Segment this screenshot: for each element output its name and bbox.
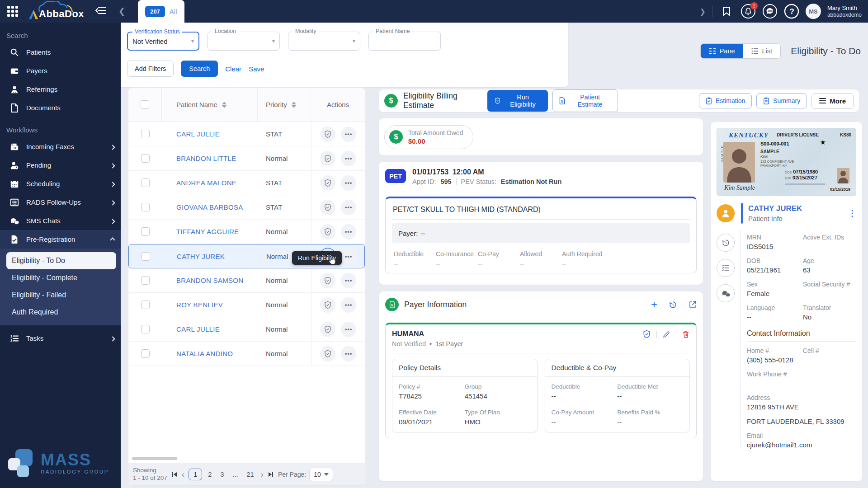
estimation-button[interactable]: Estimation — [699, 93, 752, 108]
prev-page-icon[interactable]: ‹ — [181, 469, 185, 479]
first-page-icon[interactable] — [171, 471, 178, 478]
drivers-license-image[interactable]: KENTUCKY DRIVER'S LICENSE KS80 SAMPLE S0… — [717, 128, 856, 196]
run-eligibility-action-icon[interactable] — [320, 175, 335, 191]
tab-scroll-left-icon[interactable]: ❮ — [118, 6, 125, 16]
clear-link[interactable]: Clear — [225, 65, 241, 73]
sidebar-subitem-auth-required[interactable]: Auth Required — [0, 304, 121, 321]
column-header-patient-name[interactable]: Patient Name — [162, 88, 258, 122]
patient-name-link[interactable]: ANDREA MALONE — [162, 179, 258, 187]
location-select[interactable]: Location ▾ — [208, 32, 280, 51]
sidebar-item-payers[interactable]: Payers — [0, 61, 121, 80]
payer-history-icon[interactable] — [669, 300, 677, 309]
patient-menu-kebab-icon[interactable]: ⋮ — [848, 208, 856, 218]
row-more-actions-icon[interactable]: ••• — [341, 224, 356, 239]
run-eligibility-action-icon[interactable] — [320, 200, 335, 215]
help-icon[interactable]: ? — [784, 4, 799, 19]
sidebar-subitem-eligibility-complete[interactable]: Eligibility - Complete — [0, 269, 121, 286]
table-row[interactable]: ROY BENLIEV Normal ••• — [128, 293, 365, 317]
open-external-icon[interactable] — [689, 300, 697, 309]
table-row[interactable]: GIOVANA BARBOSA STAT ••• — [128, 195, 365, 220]
row-more-actions-icon[interactable]: ••• — [341, 127, 356, 142]
run-eligibility-action-icon[interactable] — [320, 297, 335, 313]
row-checkbox[interactable] — [141, 130, 150, 138]
row-more-actions-icon[interactable]: ••• — [341, 322, 356, 337]
sidebar-subitem-eligibility-failed[interactable]: Eligibility - Failed — [0, 286, 121, 304]
row-checkbox[interactable] — [141, 325, 150, 333]
edit-payer-icon[interactable] — [662, 330, 670, 338]
user-avatar[interactable]: MS — [806, 4, 821, 19]
summary-button[interactable]: Summary — [756, 93, 807, 108]
list-view-button[interactable]: List — [743, 44, 781, 58]
last-page-icon[interactable] — [268, 471, 274, 478]
sidebar-item-incoming-faxes[interactable]: Incoming Faxes — [0, 137, 121, 156]
page-number-current[interactable]: 1 — [189, 469, 202, 480]
run-eligibility-action-icon[interactable] — [320, 322, 335, 337]
table-row[interactable]: BRANDON LITTLE Normal ••• — [128, 146, 365, 171]
patient-name-link[interactable]: ROY BENLIEV — [162, 301, 258, 309]
row-more-actions-icon[interactable]: ••• — [341, 151, 356, 166]
patient-history-button[interactable] — [717, 234, 735, 252]
row-checkbox[interactable] — [141, 349, 150, 358]
sort-icons[interactable] — [292, 102, 296, 108]
tab-all-label[interactable]: All — [170, 8, 177, 15]
row-checkbox[interactable] — [141, 178, 150, 187]
sidebar-item-referrings[interactable]: Referrings — [0, 80, 121, 99]
table-row[interactable]: TIFFANY AGGUIRE Normal ••• — [128, 220, 365, 244]
patient-name-link[interactable]: CARL JULLIE — [162, 325, 258, 333]
select-all-checkbox[interactable] — [141, 100, 149, 109]
row-more-actions-icon[interactable]: ••• — [341, 346, 356, 361]
patient-name-link[interactable]: TIFFANY AGGUIRE — [162, 228, 258, 235]
table-row[interactable]: ANDREA MALONE STAT ••• — [128, 171, 365, 195]
patient-name-link[interactable]: BRANDON SAMSON — [162, 277, 258, 284]
row-more-actions-icon[interactable]: ••• — [341, 175, 356, 191]
row-checkbox[interactable] — [142, 252, 150, 261]
modality-select[interactable]: Modality ▾ — [288, 32, 360, 51]
sms-chat-icon[interactable]: SMS — [762, 4, 778, 19]
run-eligibility-button[interactable]: Run Eligibility — [487, 90, 548, 112]
sidebar-item-pre-registration[interactable]: Pre-Registration — [0, 230, 121, 249]
sidebar-item-pending[interactable]: Pending — [0, 156, 121, 174]
row-checkbox[interactable] — [141, 154, 150, 163]
sidebar-collapse-icon[interactable] — [95, 5, 107, 17]
horizontal-scrollbar[interactable] — [132, 457, 177, 460]
per-page-select[interactable]: 10 — [309, 468, 333, 481]
patient-name-link[interactable]: GIOVANA BARBOSA — [162, 203, 258, 211]
row-more-actions-icon[interactable]: ••• — [341, 273, 356, 288]
patient-checklist-button[interactable] — [717, 259, 735, 277]
notifications-bell-icon[interactable]: ! — [741, 4, 756, 19]
tab-count-badge[interactable]: 207 — [145, 6, 165, 17]
run-eligibility-action-icon[interactable] — [320, 273, 335, 288]
sidebar-item-rads-follow-ups[interactable]: RADS Follow-Ups — [0, 193, 121, 211]
page-number[interactable]: 21 — [244, 469, 256, 480]
row-more-actions-icon[interactable]: ••• — [341, 249, 356, 264]
patient-name-link[interactable]: NATALIA ANDINO — [162, 350, 258, 357]
patient-name-input[interactable]: Patient Name — [368, 32, 441, 51]
table-row-selected[interactable]: CATHY JUREK Normal ••• — [128, 244, 365, 268]
row-more-actions-icon[interactable]: ••• — [341, 297, 356, 313]
sidebar-subitem-eligibility-to-do[interactable]: Eligibility - To Do — [6, 252, 116, 269]
row-checkbox[interactable] — [141, 203, 150, 211]
patient-name-link[interactable]: BRANDON LITTLE — [162, 155, 258, 162]
delete-payer-icon[interactable] — [682, 330, 690, 338]
user-menu[interactable]: Mary Smith abbadoxdemo — [827, 5, 862, 18]
next-page-icon[interactable]: › — [260, 469, 264, 479]
patient-name-link[interactable]: CARL JULLIE — [162, 130, 258, 138]
row-more-actions-icon[interactable]: ••• — [341, 200, 356, 215]
table-row[interactable]: CARL JULLIE STAT ••• — [128, 122, 365, 146]
page-number[interactable]: 2 — [205, 469, 214, 480]
sidebar-item-sms-chats[interactable]: SMS Chats — [0, 211, 121, 230]
verify-payer-shield-icon[interactable] — [642, 330, 651, 338]
patient-estimate-button[interactable]: $ Patient Estimate — [552, 89, 618, 112]
table-row[interactable]: CARL JULLIE Normal ••• — [128, 317, 365, 342]
run-eligibility-action-icon[interactable] — [320, 127, 335, 142]
sort-icons[interactable] — [222, 102, 226, 108]
row-checkbox[interactable] — [141, 300, 150, 309]
run-eligibility-action-icon[interactable] — [320, 346, 335, 361]
search-button[interactable]: Search — [181, 61, 218, 77]
sidebar-item-patients[interactable]: Patients — [0, 43, 121, 61]
app-launcher-icon[interactable] — [7, 6, 18, 17]
bookmark-icon[interactable] — [719, 4, 734, 19]
patient-name-link[interactable]: CATHY JUREK — [162, 253, 258, 260]
run-eligibility-action-icon[interactable] — [320, 151, 335, 166]
verification-status-select[interactable]: Verification Status Not Verified ▾ — [127, 32, 199, 51]
